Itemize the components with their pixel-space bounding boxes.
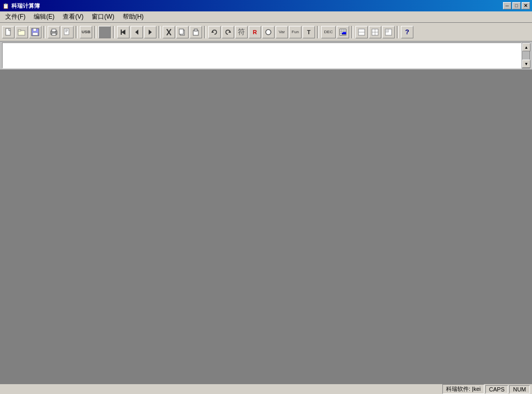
save-button[interactable]: [29, 26, 41, 38]
nav-first[interactable]: [117, 26, 130, 38]
svg-rect-8: [52, 33, 56, 35]
close-button[interactable]: ✕: [522, 2, 530, 9]
help-button[interactable]: ?: [401, 26, 413, 38]
svg-rect-9: [55, 32, 56, 32]
svg-rect-12: [65, 31, 68, 31]
svg-rect-21: [179, 29, 183, 34]
status-brand: 科瑞软件: |kei: [442, 384, 484, 394]
gray-block[interactable]: [98, 26, 111, 38]
svg-marker-16: [135, 30, 138, 35]
var-button[interactable]: Var: [276, 26, 288, 38]
sep6: [204, 26, 206, 38]
formula-box[interactable]: [2, 43, 522, 68]
usb-button[interactable]: USB: [80, 26, 92, 38]
sep8: [351, 26, 353, 38]
r-button[interactable]: R: [249, 26, 261, 38]
cut-button[interactable]: [163, 26, 175, 38]
open-button[interactable]: [16, 26, 28, 38]
nav-next[interactable]: [144, 26, 156, 38]
svg-point-35: [344, 34, 346, 35]
r-label: R: [253, 29, 257, 35]
svg-rect-15: [121, 30, 122, 35]
scroll-track: [522, 51, 529, 60]
menu-view[interactable]: 查看(V): [59, 11, 88, 22]
restore-button[interactable]: □: [512, 2, 521, 9]
help-label: ?: [405, 28, 409, 36]
img3-button[interactable]: [382, 26, 395, 38]
svg-rect-5: [33, 33, 38, 35]
svg-marker-14: [121, 30, 125, 35]
fun-button[interactable]: Fun: [289, 26, 301, 38]
scroll-up-button[interactable]: ▲: [522, 43, 530, 51]
redo-button[interactable]: [222, 26, 234, 38]
title-bar: 📋 科瑞计算簿 ─ □ ✕: [0, 0, 532, 11]
fun-label: Fun: [292, 30, 299, 34]
insert-icon: 符: [238, 27, 245, 37]
menu-help[interactable]: 帮助(H): [119, 11, 148, 22]
copy-button[interactable]: [176, 26, 189, 38]
var-label: Var: [279, 30, 285, 34]
sep1: [44, 26, 46, 38]
title-left: 📋 科瑞计算簿: [2, 2, 40, 10]
dec-button[interactable]: DEC: [321, 26, 336, 38]
paste-button[interactable]: [190, 26, 202, 38]
dec-label: DEC: [324, 30, 333, 34]
sep9: [397, 26, 399, 38]
menu-file[interactable]: 文件(F): [1, 11, 30, 22]
sep2: [76, 26, 78, 38]
svg-rect-13: [65, 32, 67, 32]
svg-marker-17: [149, 30, 152, 35]
print-button[interactable]: [48, 26, 60, 38]
img2-button[interactable]: [369, 26, 381, 38]
menu-edit[interactable]: 编辑(E): [30, 11, 59, 22]
insert-button[interactable]: 符: [235, 26, 248, 38]
sep3: [94, 26, 96, 38]
sep7: [317, 26, 319, 38]
table-button[interactable]: [337, 26, 349, 38]
svg-rect-4: [33, 29, 36, 31]
status-num: NUM: [509, 385, 530, 393]
svg-point-26: [266, 30, 271, 35]
new-button[interactable]: [2, 26, 15, 38]
circle-button[interactable]: [262, 26, 275, 38]
sep5: [159, 26, 161, 38]
app-icon: 📋: [2, 2, 9, 9]
toolbar: USB 符 R Var Fun: [0, 23, 532, 41]
undo-button[interactable]: [208, 26, 221, 38]
mdi-area: [0, 69, 532, 384]
status-caps: CAPS: [485, 385, 508, 393]
sep4: [113, 26, 115, 38]
menu-window[interactable]: 窗口(W): [88, 11, 118, 22]
app-title: 科瑞计算簿: [11, 2, 40, 10]
formula-scrollbar: ▲ ▼: [522, 43, 530, 68]
preview-button[interactable]: [61, 26, 74, 38]
img1-button[interactable]: [355, 26, 368, 38]
usb-label: USB: [82, 30, 91, 34]
svg-rect-23: [194, 29, 197, 31]
svg-rect-7: [52, 29, 56, 32]
title-buttons: ─ □ ✕: [503, 2, 530, 9]
svg-rect-42: [385, 29, 389, 32]
t-button[interactable]: T: [303, 26, 315, 38]
t-label: T: [307, 29, 311, 35]
formula-area: ▲ ▼: [2, 43, 530, 68]
status-bar: 科瑞软件: |kei CAPS NUM: [0, 384, 532, 394]
nav-prev[interactable]: [131, 26, 143, 38]
status-right: 科瑞软件: |kei CAPS NUM: [442, 384, 530, 394]
svg-point-34: [342, 34, 343, 35]
menu-bar: 文件(F) 编辑(E) 查看(V) 窗口(W) 帮助(H): [0, 11, 532, 23]
minimize-button[interactable]: ─: [503, 2, 511, 9]
svg-rect-2: [18, 30, 21, 31]
svg-rect-11: [65, 30, 68, 30]
scroll-down-button[interactable]: ▼: [522, 60, 530, 68]
